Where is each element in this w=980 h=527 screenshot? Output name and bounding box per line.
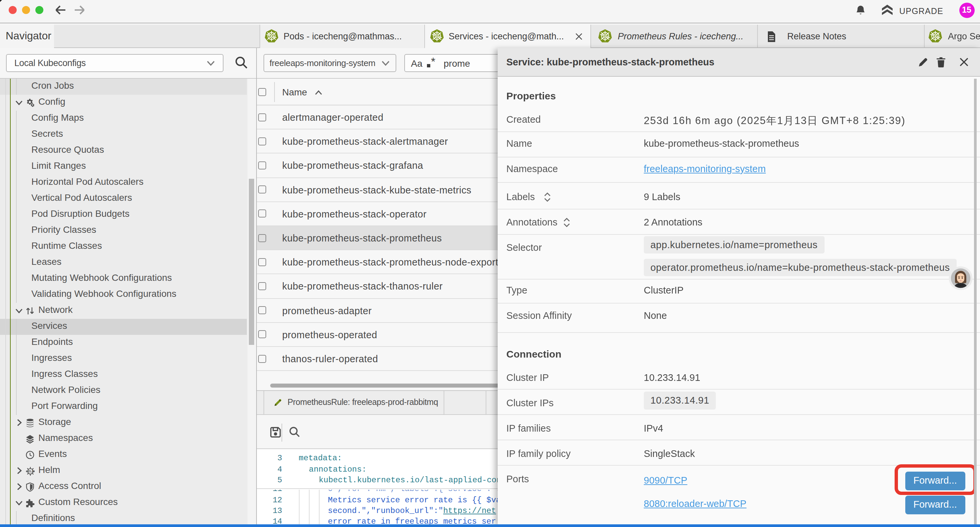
svg-text:HELM: HELM <box>26 469 34 473</box>
